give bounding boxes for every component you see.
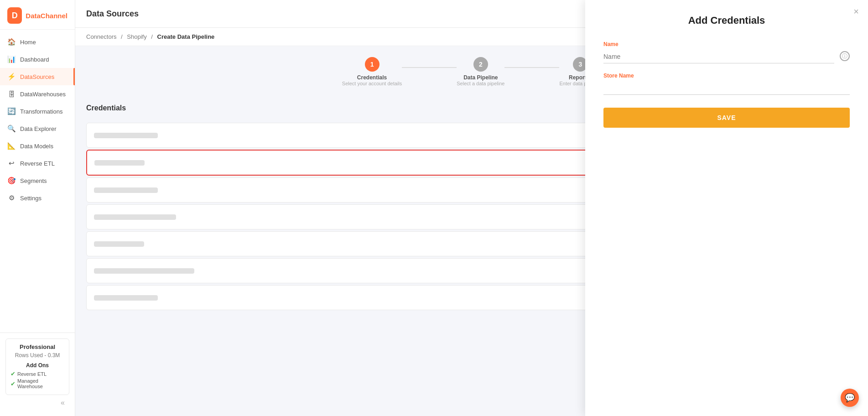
addon-check-icon-2: ✔ (10, 380, 16, 387)
sidebar-item-label-datasources: DataSources (20, 73, 54, 80)
sidebar-item-segments[interactable]: 🎯 Segments (0, 172, 75, 189)
step-1: 1 Credentials Select your account detail… (342, 57, 402, 86)
cred-name-7 (94, 295, 158, 301)
save-button[interactable]: SAVE (603, 108, 850, 128)
credentials-title: Credentials (86, 104, 126, 112)
cred-name-3 (94, 187, 158, 193)
overlay-title: Add Credentials (603, 15, 850, 26)
transformations-icon: 🔄 (7, 107, 16, 115)
main-area: Data Sources 🔍 Connectors / Shopify / Cr… (75, 0, 868, 416)
sidebar-item-label-segments: Segments (20, 177, 47, 184)
name-label: Name (603, 41, 834, 47)
addon-managed-warehouse: ✔ Managed Warehouse (10, 378, 64, 389)
cred-name-2 (94, 160, 145, 166)
name-input[interactable] (603, 50, 834, 63)
home-icon: 🏠 (7, 38, 16, 46)
collapse-icon: « (61, 399, 65, 407)
sidebar-item-reverse-etl[interactable]: ↩ Reverse ETL (0, 155, 75, 172)
sidebar-item-datawarehouses[interactable]: 🗄 DataWarehouses (0, 85, 75, 103)
addon-reverse-etl: ✔ Reverse ETL (10, 370, 64, 377)
page-title: Data Sources (86, 9, 139, 19)
name-info-icon[interactable]: ⓘ (840, 51, 850, 61)
store-name-label: Store Name (603, 73, 850, 79)
plan-box: Professional Rows Used - 0.3M Add Ons ✔ … (5, 338, 69, 395)
datasources-icon: ⚡ (7, 73, 16, 81)
step-2: 2 Data Pipeline Select a data pipeline (457, 57, 504, 86)
sidebar-item-label-reverse-etl: Reverse ETL (20, 160, 55, 167)
logo-icon: D (7, 7, 22, 24)
sidebar: D DataChannel 🏠 Home 📊 Dashboard ⚡ DataS… (0, 0, 75, 416)
step-2-sublabel: Select a data pipeline (457, 81, 504, 86)
store-name-field-group: Store Name (603, 73, 850, 95)
name-field-row: Name ⓘ (603, 41, 850, 73)
sidebar-item-datasources[interactable]: ⚡ DataSources (0, 68, 75, 85)
datawarehouses-icon: 🗄 (7, 90, 16, 98)
sidebar-item-dashboard[interactable]: 📊 Dashboard (0, 51, 75, 68)
breadcrumb-sep-2: / (151, 33, 153, 40)
sidebar-item-label-home: Home (20, 39, 36, 46)
chat-icon: 💬 (845, 393, 855, 403)
cred-name-6 (94, 268, 194, 274)
sidebar-nav: 🏠 Home 📊 Dashboard ⚡ DataSources 🗄 DataW… (0, 30, 75, 333)
step-1-sublabel: Select your account details (342, 81, 402, 86)
sidebar-item-label-settings: Settings (20, 195, 42, 202)
data-explorer-icon: 🔍 (7, 125, 16, 133)
sidebar-item-data-explorer[interactable]: 🔍 Data Explorer (0, 120, 75, 137)
overlay-panel: × Add Credentials Name ⓘ Store Name SAVE (585, 0, 868, 416)
sidebar-item-label-data-explorer: Data Explorer (20, 125, 56, 132)
logo: D DataChannel (0, 0, 75, 30)
dashboard-icon: 📊 (7, 55, 16, 63)
step-connector-1 (402, 67, 457, 68)
breadcrumb-connectors[interactable]: Connectors (86, 33, 116, 40)
breadcrumb-shopify[interactable]: Shopify (127, 33, 146, 40)
sidebar-item-data-models[interactable]: 📐 Data Models (0, 137, 75, 155)
cred-name-4 (94, 214, 176, 220)
sidebar-item-label-datawarehouses: DataWarehouses (20, 91, 66, 98)
name-field-group: Name (603, 41, 834, 63)
step-connector-2 (504, 67, 559, 68)
reverse-etl-icon: ↩ (7, 159, 16, 167)
sidebar-footer: Professional Rows Used - 0.3M Add Ons ✔ … (0, 333, 75, 416)
step-1-label: Credentials (357, 74, 387, 81)
step-2-label: Data Pipeline (463, 74, 498, 81)
step-1-circle: 1 (365, 57, 379, 72)
store-name-input[interactable] (603, 82, 850, 95)
sidebar-item-label-data-models: Data Models (20, 143, 53, 150)
chat-bubble[interactable]: 💬 (841, 389, 859, 407)
settings-icon: ⚙ (7, 194, 16, 202)
cred-name-1 (94, 133, 158, 138)
plan-name: Professional (10, 343, 64, 350)
cred-name-5 (94, 241, 144, 247)
breadcrumb-create-pipeline: Create Data Pipeline (157, 33, 215, 40)
sidebar-item-label-transformations: Transformations (20, 108, 62, 115)
step-2-circle: 2 (473, 57, 488, 72)
logo-text: DataChannel (26, 12, 68, 20)
close-overlay-button[interactable]: × (853, 6, 859, 17)
plan-addons-title: Add Ons (10, 362, 64, 369)
breadcrumb-sep-1: / (121, 33, 123, 40)
sidebar-item-label-dashboard: Dashboard (20, 56, 49, 63)
addon-check-icon: ✔ (10, 370, 16, 377)
plan-rows: Rows Used - 0.3M (10, 352, 64, 359)
sidebar-item-transformations[interactable]: 🔄 Transformations (0, 103, 75, 120)
plan-addons: ✔ Reverse ETL ✔ Managed Warehouse (10, 370, 64, 389)
sidebar-item-home[interactable]: 🏠 Home (0, 33, 75, 51)
data-models-icon: 📐 (7, 142, 16, 150)
sidebar-item-settings[interactable]: ⚙ Settings (0, 189, 75, 207)
segments-icon: 🎯 (7, 177, 16, 185)
collapse-button[interactable]: « (5, 395, 69, 411)
